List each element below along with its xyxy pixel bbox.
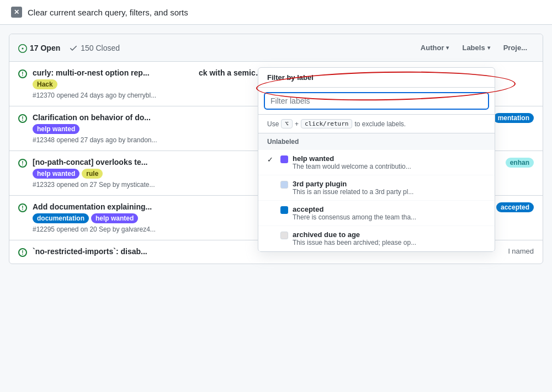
filter-labels-input[interactable] — [264, 92, 489, 110]
projects-filter-btn[interactable]: Proje... — [497, 41, 534, 55]
check-icon — [69, 44, 78, 52]
alt-key: ⌥ — [281, 119, 293, 128]
label-accepted[interactable]: accepted — [496, 202, 534, 212]
issue-right: enhan — [506, 158, 534, 168]
issue-title[interactable]: [no-path-concat] overlooks te... — [33, 158, 264, 167]
issue-title[interactable]: Add documentation explaining... — [33, 202, 264, 211]
color-swatch — [280, 206, 288, 214]
label-hack[interactable]: Hack — [33, 79, 57, 89]
label-name: help wanted — [293, 154, 486, 163]
label-enhancement[interactable]: enhan — [506, 158, 534, 168]
author-filter-btn[interactable]: Author ▾ — [414, 41, 456, 55]
hint-plus: + — [295, 120, 299, 128]
issue-title[interactable]: curly: multi-or-nest option rep... ck wi… — [33, 68, 264, 77]
issue-open-icon — [18, 159, 27, 168]
dropdown-item-3rd-party[interactable]: 3rd party plugin This is an issue relate… — [258, 175, 495, 201]
label-name: archived due to age — [293, 230, 486, 239]
label-desc: There is consensus among the team tha... — [293, 213, 469, 221]
closed-count[interactable]: 150 Closed — [69, 44, 120, 52]
color-swatch — [280, 232, 288, 239]
label-name: 3rd party plugin — [293, 180, 486, 188]
dropdown-hint: Use ⌥ + click/return to exclude labels. — [258, 115, 495, 133]
issue-title[interactable]: `no-restricted-imports`: disab... — [33, 247, 264, 256]
top-bar: ✕ Clear current search query, filters, a… — [0, 0, 552, 25]
label-rule[interactable]: rule — [82, 169, 103, 179]
issue-open-icon — [18, 69, 27, 78]
issue-open-icon — [18, 203, 27, 212]
issue-right: l named — [508, 247, 534, 255]
dropdown-item-help-wanted[interactable]: ✓ help wanted The team would welcome a c… — [258, 150, 495, 175]
label-name: accepted — [293, 205, 486, 213]
open-icon — [18, 44, 27, 53]
dropdown-header: Filter by label — [258, 68, 495, 88]
clear-button[interactable]: ✕ — [11, 7, 22, 18]
author-chevron-icon: ▾ — [446, 45, 449, 51]
issues-header-right: Author ▾ Labels ▾ Proje... — [414, 41, 534, 55]
item-content: help wanted The team would welcome a con… — [293, 154, 486, 170]
label-documentation[interactable]: mentation — [493, 113, 534, 123]
issues-header-left: 17 Open 150 Closed — [18, 43, 405, 53]
issue-title[interactable]: Clarification on behavior of do... — [33, 113, 264, 122]
issue-open-icon — [18, 114, 27, 123]
label-help-wanted[interactable]: help wanted — [91, 213, 138, 223]
issue-right: accepted — [496, 202, 534, 212]
clear-label: Clear current search query, filters, and… — [28, 8, 188, 17]
issues-header: 17 Open 150 Closed Author ▾ Labels ▾ Pro… — [9, 34, 543, 62]
label-desc: The team would welcome a contributio... — [293, 163, 469, 170]
dropdown-item-archived[interactable]: archived due to age This issue has been … — [258, 226, 495, 251]
labels-chevron-icon: ▾ — [487, 45, 490, 51]
label-named: l named — [508, 247, 534, 255]
item-content: 3rd party plugin This is an issue relate… — [293, 180, 486, 196]
issue-right: mentation — [493, 113, 534, 123]
issue-open-icon — [18, 248, 27, 257]
hint-suffix: to exclude labels. — [354, 120, 406, 128]
main-area: 17 Open 150 Closed Author ▾ Labels ▾ Pro… — [9, 34, 543, 264]
unlabeled-section: Unlabeled — [258, 133, 495, 150]
label-help-wanted[interactable]: help wanted — [33, 169, 79, 179]
checkmark-icon: ✓ — [267, 155, 276, 164]
item-content: accepted There is consensus among the te… — [293, 205, 486, 221]
label-desc: This is an issue related to a 3rd party … — [293, 188, 469, 196]
hint-prefix: Use — [267, 120, 279, 128]
item-content: archived due to age This issue has been … — [293, 230, 486, 246]
label-desc: This issue has been archived; please op.… — [293, 239, 469, 246]
dropdown-item-accepted[interactable]: accepted There is consensus among the te… — [258, 201, 495, 226]
open-count[interactable]: 17 Open — [18, 43, 60, 53]
click-return-key: click/return — [301, 119, 352, 128]
label-documentation[interactable]: documentation — [33, 213, 89, 223]
dropdown-search — [258, 88, 495, 115]
color-swatch — [280, 181, 288, 189]
color-swatch — [280, 155, 288, 163]
labels-filter-btn[interactable]: Labels ▾ — [455, 41, 496, 55]
labels-dropdown: Filter by label Use ⌥ + click/return to … — [258, 67, 495, 252]
label-help-wanted[interactable]: help wanted — [33, 124, 79, 134]
